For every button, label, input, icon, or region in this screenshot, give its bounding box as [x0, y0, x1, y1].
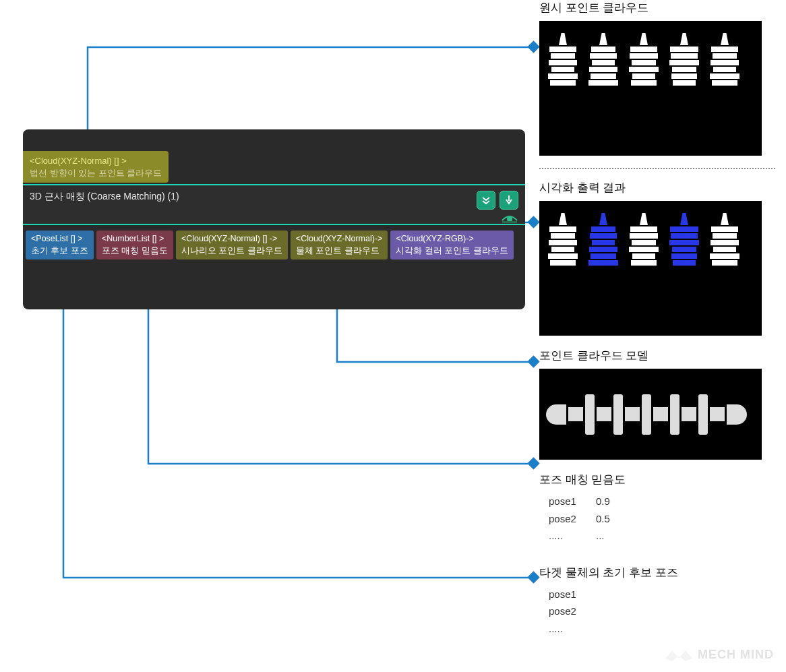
output-port-3[interactable]: <Cloud(XYZ-Normal)->물체 포인트 클라우드 [291, 231, 388, 259]
pose-name: pose2 [549, 510, 596, 528]
visualize-icon[interactable] [501, 212, 518, 224]
confidence-list: pose10.9pose20.5........ [539, 493, 775, 545]
node-header[interactable]: 3D 근사 매칭 (Coarse Matching) (1) [23, 184, 525, 225]
watermark: MECH MIND [665, 646, 774, 663]
viz-output-image [539, 201, 762, 336]
svg-rect-1 [502, 221, 517, 223]
connector-endpoint [527, 40, 539, 53]
pose-confidence: 0.9 [596, 495, 610, 507]
pose-confidence: 0.5 [596, 513, 610, 524]
target-pose-title: 타겟 물체의 초기 후보 포즈 [539, 565, 775, 580]
connector-endpoint [527, 355, 539, 367]
pose-name: pose2 [549, 603, 596, 620]
model-cloud-title: 포인트 클라우드 모델 [539, 348, 775, 363]
confidence-row: pose10.9 [549, 493, 775, 510]
svg-point-0 [507, 216, 512, 222]
viz-output-title: 시각화 출력 결과 [539, 180, 775, 195]
model-cloud-block: 포인트 클라우드 모델 [539, 348, 775, 460]
run-button[interactable] [500, 191, 518, 210]
pose-name: ..... [549, 527, 596, 545]
confidence-title: 포즈 매칭 믿음도 [539, 472, 775, 487]
pose-name: pose1 [549, 493, 596, 510]
output-port-1[interactable]: <NumberList [] >포즈 매칭 믿음도 [96, 231, 173, 259]
input-port-type: <Cloud(XYZ-Normal) [] > [30, 155, 162, 167]
output-port-desc: 포즈 매칭 믿음도 [102, 245, 168, 257]
node-title: 3D 근사 매칭 (Coarse Matching) (1) [30, 191, 179, 203]
target-pose-block: 타겟 물체의 초기 후보 포즈 pose1pose2..... [539, 565, 775, 638]
expand-down-button[interactable] [477, 191, 495, 210]
pose-row: ..... [549, 620, 775, 638]
section-divider [539, 168, 775, 169]
confidence-row: ........ [549, 527, 775, 545]
connector-endpoint [527, 457, 539, 469]
output-port-desc: 초기 후보 포즈 [31, 245, 88, 257]
output-ports-row: <PoseList [] >초기 후보 포즈<NumberList [] >포즈… [23, 231, 514, 259]
pose-row: pose2 [549, 603, 775, 620]
confidence-block: 포즈 매칭 믿음도 pose10.9pose20.5........ [539, 472, 775, 545]
logo-icon [665, 646, 692, 663]
output-port-type: <Cloud(XYZ-RGB)-> [396, 233, 508, 245]
raw-cloud-image [539, 21, 762, 156]
pose-name: pose1 [549, 586, 596, 603]
pose-name: ..... [549, 620, 596, 638]
bolt-down-icon [505, 195, 513, 205]
input-port-desc: 법선 방향이 있는 포인트 클라우드 [30, 167, 162, 179]
output-port-type: <Cloud(XYZ-Normal)-> [296, 233, 383, 245]
model-cloud-image [539, 369, 762, 460]
connector-endpoint [527, 571, 539, 583]
raw-cloud-block: 원시 포인트 클라우드 [539, 0, 775, 156]
connector-endpoint [527, 216, 539, 228]
output-port-desc: 시각화 컬러 포인트 클라우드 [396, 245, 508, 257]
watermark-text: MECH MIND [698, 648, 774, 662]
pose-confidence: ... [596, 530, 605, 541]
output-port-2[interactable]: <Cloud(XYZ-Normal) [] ->시나리오 포인트 클라우드 [176, 231, 288, 259]
viz-output-block: 시각화 출력 결과 [539, 180, 775, 336]
annotations-column: 원시 포인트 클라우드 시각화 출력 결과 포인트 클라우드 모델 [539, 0, 775, 649]
pose-row: pose1 [549, 586, 775, 603]
output-port-type: <PoseList [] > [31, 233, 88, 245]
input-port-cloud-normal[interactable]: <Cloud(XYZ-Normal) [] > 법선 방향이 있는 포인트 클라… [23, 151, 169, 183]
output-port-desc: 시나리오 포인트 클라우드 [181, 245, 282, 257]
output-port-4[interactable]: <Cloud(XYZ-RGB)->시각화 컬러 포인트 클라우드 [390, 231, 513, 259]
output-port-type: <Cloud(XYZ-Normal) [] -> [181, 233, 282, 245]
output-port-0[interactable]: <PoseList [] >초기 후보 포즈 [26, 231, 94, 259]
step-node-panel: <Cloud(XYZ-Normal) [] > 법선 방향이 있는 포인트 클라… [23, 129, 525, 309]
output-port-type: <NumberList [] > [102, 233, 168, 245]
chevron-double-down-icon [481, 195, 491, 205]
target-pose-list: pose1pose2..... [539, 586, 775, 638]
raw-cloud-title: 원시 포인트 클라우드 [539, 0, 775, 16]
output-port-desc: 물체 포인트 클라우드 [296, 245, 383, 257]
confidence-row: pose20.5 [549, 510, 775, 528]
